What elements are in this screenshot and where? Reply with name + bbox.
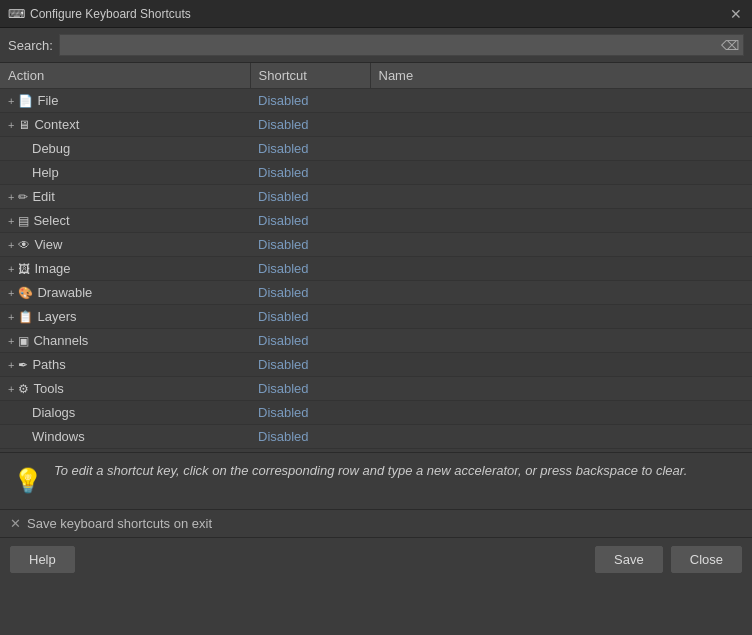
- action-label: Tools: [33, 381, 63, 396]
- name-cell: [370, 281, 752, 305]
- button-bar: Help Save Close: [0, 538, 752, 581]
- table-row[interactable]: +▤SelectDisabled: [0, 209, 752, 233]
- save-checkbox-label: Save keyboard shortcuts on exit: [27, 516, 212, 531]
- name-cell: [370, 185, 752, 209]
- help-button[interactable]: Help: [10, 546, 75, 573]
- name-cell: [370, 113, 752, 137]
- action-icon: ▣: [18, 334, 29, 348]
- search-label: Search:: [8, 38, 53, 53]
- action-label: Debug: [12, 141, 70, 156]
- shortcut-header: Shortcut: [250, 63, 370, 89]
- name-cell: [370, 233, 752, 257]
- save-row: ✕ Save keyboard shortcuts on exit: [0, 510, 752, 538]
- table-row[interactable]: +🖼ImageDisabled: [0, 257, 752, 281]
- expand-icon[interactable]: +: [8, 383, 14, 395]
- shortcut-cell: Disabled: [250, 161, 370, 185]
- search-input[interactable]: [64, 38, 721, 53]
- action-header: Action: [0, 63, 250, 89]
- name-cell: [370, 257, 752, 281]
- table-row[interactable]: +👁ViewDisabled: [0, 233, 752, 257]
- action-icon: ⚙: [18, 382, 29, 396]
- action-icon: 👁: [18, 238, 30, 252]
- expand-icon[interactable]: +: [8, 335, 14, 347]
- shortcut-cell: Disabled: [250, 401, 370, 425]
- action-icon: 🎨: [18, 286, 33, 300]
- action-label: View: [34, 237, 62, 252]
- bulb-icon: 💡: [12, 461, 44, 501]
- name-cell: [370, 353, 752, 377]
- title-bar-text: Configure Keyboard Shortcuts: [30, 7, 728, 21]
- table-row[interactable]: +✒PathsDisabled: [0, 353, 752, 377]
- table-row[interactable]: DialogsDisabled: [0, 401, 752, 425]
- expand-icon[interactable]: +: [8, 263, 14, 275]
- save-button[interactable]: Save: [595, 546, 663, 573]
- action-label: Context: [34, 117, 79, 132]
- shortcut-cell: Disabled: [250, 257, 370, 281]
- search-clear-icon[interactable]: ⌫: [721, 38, 739, 53]
- action-icon: 🖥: [18, 118, 30, 132]
- expand-icon[interactable]: +: [8, 287, 14, 299]
- expand-icon[interactable]: +: [8, 95, 14, 107]
- action-label: Help: [12, 165, 59, 180]
- footer-info: 💡 To edit a shortcut key, click on the c…: [0, 453, 752, 510]
- shortcut-cell: Disabled: [250, 425, 370, 449]
- close-button[interactable]: Close: [671, 546, 742, 573]
- save-checkbox-icon[interactable]: ✕: [10, 516, 21, 531]
- table-row[interactable]: +▣ChannelsDisabled: [0, 329, 752, 353]
- search-bar: Search: ⌫: [0, 28, 752, 63]
- table-row[interactable]: +🎨DrawableDisabled: [0, 281, 752, 305]
- table-row[interactable]: WindowsDisabled: [0, 425, 752, 449]
- action-label: File: [37, 93, 58, 108]
- action-icon: ▤: [18, 214, 29, 228]
- shortcut-cell: Disabled: [250, 185, 370, 209]
- footer-info-text: To edit a shortcut key, click on the cor…: [54, 461, 687, 481]
- title-bar: ⌨ Configure Keyboard Shortcuts ✕: [0, 0, 752, 28]
- title-bar-icon: ⌨: [8, 6, 24, 22]
- shortcut-cell: Disabled: [250, 281, 370, 305]
- expand-icon[interactable]: +: [8, 239, 14, 251]
- shortcut-cell: Disabled: [250, 353, 370, 377]
- action-label: Layers: [37, 309, 76, 324]
- table-row[interactable]: +📄FileDisabled: [0, 89, 752, 113]
- action-label: Edit: [32, 189, 54, 204]
- shortcut-cell: Disabled: [250, 209, 370, 233]
- table-row[interactable]: +🖥ContextDisabled: [0, 113, 752, 137]
- right-buttons: Save Close: [595, 546, 742, 573]
- shortcut-cell: Disabled: [250, 305, 370, 329]
- expand-icon[interactable]: +: [8, 215, 14, 227]
- expand-icon[interactable]: +: [8, 359, 14, 371]
- shortcuts-table: Action Shortcut Name +📄FileDisabled+🖥Con…: [0, 63, 752, 449]
- search-input-wrap: ⌫: [59, 34, 744, 56]
- name-cell: [370, 209, 752, 233]
- action-icon: 📋: [18, 310, 33, 324]
- expand-icon[interactable]: +: [8, 311, 14, 323]
- name-cell: [370, 89, 752, 113]
- name-cell: [370, 137, 752, 161]
- shortcut-cell: Disabled: [250, 233, 370, 257]
- table-row[interactable]: +⚙ToolsDisabled: [0, 377, 752, 401]
- expand-icon[interactable]: +: [8, 119, 14, 131]
- action-label: Paths: [32, 357, 65, 372]
- action-label: Image: [34, 261, 70, 276]
- shortcut-cell: Disabled: [250, 329, 370, 353]
- action-label: Select: [33, 213, 69, 228]
- name-cell: [370, 329, 752, 353]
- table-row[interactable]: +📋LayersDisabled: [0, 305, 752, 329]
- name-cell: [370, 401, 752, 425]
- action-label: Channels: [33, 333, 88, 348]
- name-cell: [370, 305, 752, 329]
- action-icon: 🖼: [18, 262, 30, 276]
- table-row[interactable]: +✏EditDisabled: [0, 185, 752, 209]
- action-label: Dialogs: [12, 405, 75, 420]
- name-cell: [370, 425, 752, 449]
- close-icon[interactable]: ✕: [728, 6, 744, 22]
- name-cell: [370, 161, 752, 185]
- shortcut-cell: Disabled: [250, 137, 370, 161]
- action-icon: 📄: [18, 94, 33, 108]
- table-row[interactable]: DebugDisabled: [0, 137, 752, 161]
- action-icon: ✒: [18, 358, 28, 372]
- action-icon: ✏: [18, 190, 28, 204]
- shortcut-cell: Disabled: [250, 89, 370, 113]
- table-row[interactable]: HelpDisabled: [0, 161, 752, 185]
- expand-icon[interactable]: +: [8, 191, 14, 203]
